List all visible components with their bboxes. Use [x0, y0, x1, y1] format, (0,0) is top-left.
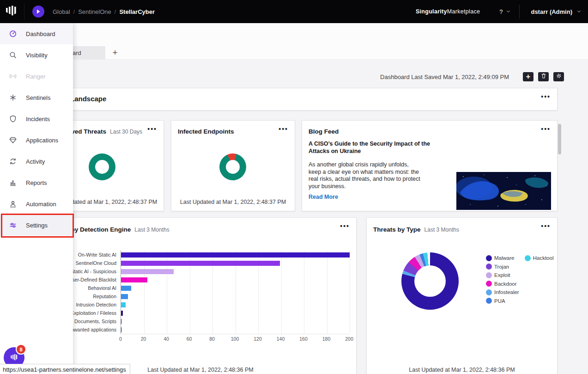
sidebar-item-dashboard[interactable]: Dashboard	[0, 23, 73, 44]
bar	[121, 302, 126, 307]
sidebar-item-visibility[interactable]: Visibility	[0, 44, 73, 66]
legend-dot	[486, 272, 492, 278]
blog-article-image[interactable]	[456, 172, 551, 210]
bar	[121, 319, 121, 324]
sidebar-item-activity[interactable]: Activity	[0, 151, 73, 172]
singularity-marketplace-link[interactable]: SingularityMarketplace	[416, 8, 480, 15]
x-tick-label: 0	[119, 336, 122, 342]
sidebar-item-label: Activity	[26, 158, 45, 165]
vertical-scrollbar[interactable]	[558, 124, 561, 154]
search-icon	[9, 51, 17, 59]
plus-icon: +	[526, 73, 530, 80]
bar	[121, 286, 131, 291]
bar-category-label: User-Defined Blacklist	[69, 276, 116, 284]
widget-threats-by-type: Threats by TypeLast 3 Months ••• Malware…	[366, 217, 558, 374]
legend-label: Backdoor	[494, 281, 517, 287]
widget-menu-icon[interactable]: •••	[279, 125, 288, 133]
legend-item: Exploit	[486, 271, 519, 280]
sidebar-item-automation[interactable]: Automation	[0, 193, 73, 215]
bar-category-label: Documents, Scripts	[74, 317, 116, 325]
sentinelone-logo[interactable]	[5, 5, 18, 18]
x-tick-label: 40	[164, 336, 169, 342]
automation-icon	[9, 200, 17, 208]
dashboard-settings-button[interactable]	[553, 72, 564, 81]
shield-icon	[9, 115, 17, 123]
link-preview-statusbar: https://usea1-partners.sentinelone.net/s…	[0, 364, 130, 374]
sidebar-item-label: Visibility	[26, 52, 48, 59]
sidebar-item-incidents[interactable]: Incidents	[0, 108, 73, 129]
scope-launcher-button[interactable]	[32, 6, 44, 18]
widget-menu-icon[interactable]: •••	[541, 125, 551, 133]
threat-type-legend: MalwareTrojanExploitBackdoorInfostealerP…	[486, 254, 553, 305]
breadcrumb-global[interactable]: Global	[53, 8, 70, 15]
user-label: dstarr (Admin)	[531, 8, 572, 15]
widget-subtitle: Last 3 Months	[134, 227, 169, 233]
sidebar-item-applications[interactable]: Applications	[0, 129, 73, 151]
bar-category-label: Static AI - Suspicious	[71, 267, 116, 276]
section-threat-landscape: Threat Landscape •••	[44, 88, 558, 110]
sidebar-item-settings[interactable]: Settings	[0, 215, 73, 236]
sidebar-nav: DashboardVisibilityRangerSentinelsIncide…	[0, 23, 73, 374]
gridline	[327, 251, 327, 334]
widget-title: Infected Endpoints	[178, 128, 234, 135]
sync-icon	[9, 157, 17, 166]
bar	[121, 294, 128, 299]
x-tick-label: 60	[187, 336, 192, 342]
dashboard-gauge-icon	[9, 30, 17, 38]
read-more-link[interactable]: Read More	[309, 194, 338, 200]
sidebar-item-label: Settings	[26, 222, 48, 229]
donut-hole	[95, 160, 109, 174]
sidebar-item-label: Reports	[26, 179, 47, 186]
legend-item: PUA	[486, 297, 519, 306]
breadcrumb-separator: /	[115, 8, 116, 15]
last-updated-text: Last Updated at Mar 1, 2022, 2:48:37 PM	[171, 199, 295, 205]
bar-category-label: Exploitation / Fileless	[71, 309, 116, 317]
delete-dashboard-button[interactable]	[538, 72, 549, 81]
widget-menu-icon[interactable]: •••	[541, 222, 551, 230]
donut-hole	[226, 160, 240, 174]
sidebar-item-sentinels[interactable]: Sentinels	[0, 87, 73, 108]
legend-label: PUA	[494, 298, 505, 304]
breadcrumb-sentinelone[interactable]: SentinelOne	[78, 8, 111, 15]
trash-icon	[540, 73, 547, 81]
bar-category-label: SentinelOne Cloud	[76, 259, 116, 267]
legend-label: Hacktool	[533, 255, 554, 261]
sidebar-item-label: Dashboard	[26, 31, 55, 37]
legend-label: Infostealer	[494, 289, 519, 295]
sidebar-item-label: Applications	[26, 137, 58, 144]
x-tick-label: 180	[322, 336, 331, 342]
x-tick-label: 140	[277, 336, 285, 342]
legend-dot	[525, 255, 531, 261]
bar-category-label: Intrusion Detection	[76, 300, 116, 309]
user-menu[interactable]: dstarr (Admin)	[531, 8, 582, 15]
add-tab-button[interactable]: +	[109, 46, 121, 59]
asterisk-icon	[9, 93, 17, 102]
x-tick-label: 100	[231, 336, 239, 342]
sidebar-item-reports[interactable]: Reports	[0, 172, 73, 193]
widget-blog-feed: Blog Feed ••• A CISO’s Guide to the Secu…	[302, 120, 558, 211]
section-menu-icon[interactable]: •••	[541, 93, 551, 100]
widget-menu-icon[interactable]: •••	[147, 125, 157, 133]
notification-badge: 8	[16, 344, 26, 355]
widget-threats-by-detection-engine: Threats by Detection EngineLast 3 Months…	[44, 217, 357, 374]
legend-dot	[486, 298, 492, 304]
widget-menu-icon[interactable]: •••	[340, 222, 350, 230]
breadcrumb-separator: /	[73, 8, 75, 15]
help-menu[interactable]: ?	[499, 8, 511, 15]
bar	[121, 311, 123, 316]
add-widget-button[interactable]: +	[523, 72, 533, 81]
breadcrumb-stellarcyber[interactable]: StellarCyber	[119, 8, 155, 15]
last-updated-text: Last Updated at Mar 1, 2022, 2:48:36 PM	[367, 367, 557, 373]
detection-plot	[121, 251, 350, 334]
legend-label: Malware	[494, 255, 514, 261]
sidebar-item-ranger[interactable]: Ranger	[0, 66, 73, 87]
donut-hole	[414, 265, 446, 297]
chevron-down-icon	[576, 8, 582, 15]
bar	[121, 269, 174, 274]
bar	[121, 252, 350, 258]
infected-endpoints-donut-chart	[219, 153, 246, 180]
sidebar-item-label: Sentinels	[26, 94, 50, 101]
unresolved-threats-donut-chart	[89, 153, 115, 180]
gridline	[350, 251, 350, 334]
sliders-icon	[9, 221, 17, 229]
